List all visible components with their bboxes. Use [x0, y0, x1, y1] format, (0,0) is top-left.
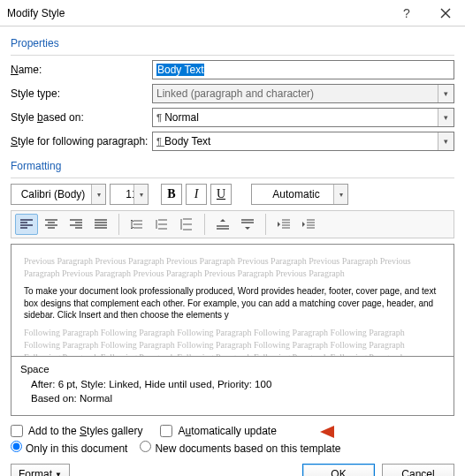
close-icon	[440, 8, 451, 19]
align-right-icon	[70, 219, 82, 230]
new-documents-radio[interactable]: New documents based on this template	[140, 441, 340, 455]
chevron-down-icon[interactable]: ▾	[333, 185, 347, 204]
summary-line1: After: 6 pt, Style: Linked, Hide until u…	[20, 377, 445, 392]
space-before-dec-button[interactable]	[236, 214, 259, 235]
auto-update-checkbox[interactable]: Automatically update	[160, 425, 276, 437]
align-justify-button[interactable]	[89, 214, 112, 235]
bold-button[interactable]: B	[161, 184, 182, 205]
italic-button[interactable]: I	[186, 184, 207, 205]
font-toolbar: Calibri (Body) ▾ 11 ▾ B I U Automatic ▾	[11, 184, 454, 205]
spacing-2-button[interactable]	[175, 214, 198, 235]
chevron-down-icon[interactable]: ▾	[133, 185, 148, 204]
cancel-button[interactable]: Cancel	[382, 464, 454, 476]
align-center-icon	[45, 219, 57, 230]
para-space-down-icon	[241, 218, 254, 230]
following-combo[interactable]: Body Text ▾	[152, 132, 454, 151]
titlebar: Modify Style ?	[0, 0, 465, 26]
space-before-inc-button[interactable]	[211, 214, 234, 235]
dialog-title: Modify Style	[7, 7, 387, 19]
chevron-down-icon: ▼	[55, 471, 62, 476]
based-on-combo[interactable]: Normal ▾	[152, 108, 454, 127]
add-to-gallery-checkbox[interactable]: Add to the Styles gallery	[11, 425, 142, 437]
following-label: Style for following paragraph:	[11, 135, 152, 147]
line-spacing-icon	[180, 218, 193, 230]
only-in-document-radio[interactable]: Only in this document	[11, 441, 127, 455]
line-spacing-icon	[156, 218, 168, 230]
ok-button[interactable]: OK	[302, 464, 375, 476]
close-button[interactable]	[426, 0, 465, 26]
preview-sample-text: To make your document look professionall…	[24, 285, 441, 321]
preview-next-ghost: Following Paragraph Following Paragraph …	[24, 327, 441, 358]
style-type-label: Style type:	[11, 87, 152, 100]
format-button[interactable]: Format ▼	[11, 464, 70, 476]
paragraph-toolbar	[11, 210, 454, 238]
name-label: Name:	[11, 64, 152, 76]
based-on-label: Style based on:	[11, 111, 152, 124]
font-size-combo[interactable]: 11 ▾	[110, 184, 149, 205]
chevron-down-icon[interactable]: ▾	[438, 109, 454, 126]
style-type-combo: Linked (paragraph and character) ▾	[152, 84, 454, 103]
style-summary: Space After: 6 pt, Style: Linked, Hide u…	[11, 357, 454, 416]
align-center-button[interactable]	[40, 214, 63, 235]
indent-left-icon	[278, 219, 290, 230]
formatting-heading: Formatting	[11, 160, 454, 172]
align-justify-icon	[95, 219, 107, 230]
font-color-combo[interactable]: Automatic ▾	[251, 184, 348, 205]
chevron-down-icon[interactable]: ▾	[438, 132, 454, 150]
chevron-down-icon: ▾	[438, 85, 454, 102]
increase-indent-button[interactable]	[297, 214, 320, 235]
align-left-icon	[20, 219, 33, 230]
font-family-combo[interactable]: Calibri (Body) ▾	[11, 184, 106, 205]
decrease-indent-button[interactable]	[272, 214, 295, 235]
preview-pane: Previous Paragraph Previous Paragraph Pr…	[11, 244, 454, 357]
indent-right-icon	[302, 219, 315, 230]
properties-heading: Properties	[11, 37, 454, 49]
para-space-up-icon	[217, 218, 229, 230]
summary-line2: Based on: Normal	[20, 391, 445, 406]
spacing-1-button[interactable]	[126, 214, 149, 235]
preview-prev-ghost: Previous Paragraph Previous Paragraph Pr…	[24, 255, 441, 280]
annotation-arrow-icon	[320, 422, 426, 442]
summary-title: Space	[20, 362, 445, 377]
chevron-down-icon[interactable]: ▾	[91, 185, 105, 204]
spacing-1-5-button[interactable]	[150, 214, 173, 235]
name-input[interactable]: Body Text	[152, 60, 454, 79]
align-right-button[interactable]	[65, 214, 88, 235]
underline-button[interactable]: U	[210, 184, 232, 205]
align-left-button[interactable]	[15, 214, 38, 235]
help-button[interactable]: ?	[387, 0, 426, 26]
line-spacing-icon	[131, 218, 143, 230]
